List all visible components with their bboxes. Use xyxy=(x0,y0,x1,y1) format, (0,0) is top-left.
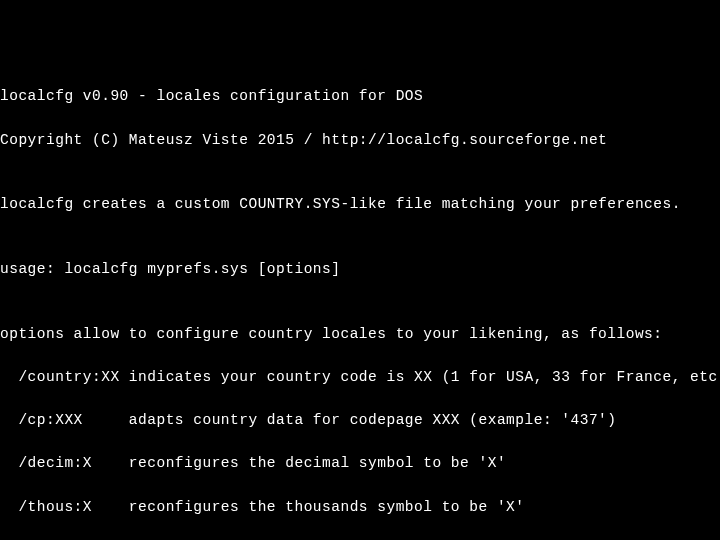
option-cp: /cp:XXX adapts country data for codepage… xyxy=(0,410,720,432)
option-decim: /decim:X reconfigures the decimal symbol… xyxy=(0,453,720,475)
options-intro: options allow to configure country local… xyxy=(0,324,720,346)
usage-line: usage: localcfg myprefs.sys [options] xyxy=(0,259,720,281)
program-title: localcfg v0.90 - locales configuration f… xyxy=(0,86,720,108)
description-line: localcfg creates a custom COUNTRY.SYS-li… xyxy=(0,194,720,216)
copyright-line: Copyright (C) Mateusz Viste 2015 / http:… xyxy=(0,130,720,152)
option-country: /country:XX indicates your country code … xyxy=(0,367,720,389)
option-thous: /thous:X reconfigures the thousands symb… xyxy=(0,497,720,519)
